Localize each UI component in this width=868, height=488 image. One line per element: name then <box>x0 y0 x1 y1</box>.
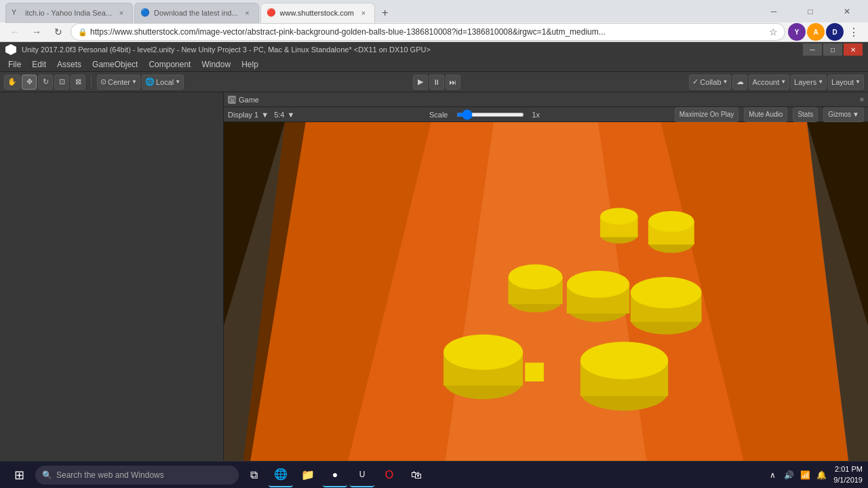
task-view-button[interactable]: ⧉ <box>241 463 266 487</box>
taskbar-opera-icon[interactable]: O <box>377 463 401 487</box>
taskbar-chrome-icon[interactable]: ● <box>323 463 347 487</box>
taskbar-unity-icon[interactable]: U <box>350 463 374 487</box>
stats-button[interactable]: Stats <box>793 107 818 122</box>
clock-date: 9/1/2019 <box>833 475 863 485</box>
refresh-button[interactable]: ↻ <box>49 22 68 41</box>
ext-amazon-icon[interactable]: A <box>807 23 825 41</box>
search-icon: 🔍 <box>42 470 52 480</box>
tab-1-close[interactable]: × <box>116 7 127 18</box>
forward-button[interactable]: → <box>27 22 46 41</box>
maximize-on-play-button[interactable]: Maximize On Play <box>675 107 739 122</box>
aspect-selector[interactable]: 5:4 ▼ <box>274 111 294 119</box>
tray-network-icon[interactable]: 📶 <box>798 468 812 482</box>
game-tab-icon: 🎮 <box>228 96 236 104</box>
play-button[interactable]: ▶ <box>413 75 428 90</box>
layout-label: Layout <box>831 78 854 86</box>
windows-taskbar: ⊞ 🔍 Search the web and Windows ⧉ 🌐 📁 ● U… <box>0 461 868 488</box>
menu-window[interactable]: Window <box>196 58 236 71</box>
menu-icon[interactable]: ⋮ <box>845 23 863 41</box>
cloud-button[interactable]: ☁ <box>732 75 747 90</box>
tab-3-close[interactable]: × <box>358 7 369 18</box>
game-view-toolbar: Display 1 ▼ 5:4 ▼ Scale 1x Maximize On P… <box>224 107 868 122</box>
hand-tool-button[interactable]: ✋ <box>4 75 20 90</box>
left-panel <box>0 92 224 488</box>
unity-window-controls: ─ □ ✕ <box>803 43 863 56</box>
account-button[interactable]: Account ▼ <box>749 75 789 90</box>
pivot-group: ⊙ Center ▼ 🌐 Local ▼ <box>97 75 184 90</box>
gizmos-arrow: ▼ <box>852 111 859 118</box>
taskbar-search[interactable]: 🔍 Search the web and Windows <box>35 466 239 485</box>
svg-point-19 <box>567 271 629 298</box>
rotate-tool-button[interactable]: ↻ <box>38 75 53 90</box>
tab-3-favicon: 🔴 <box>267 8 276 18</box>
step-button[interactable]: ⏭ <box>446 75 460 90</box>
local-icon: 🌐 <box>145 77 155 86</box>
layers-dropdown-arrow: ▼ <box>818 79 823 85</box>
scale-tool-button[interactable]: ⊡ <box>54 75 69 90</box>
system-clock[interactable]: 2:01 PM 9/1/2019 <box>833 464 863 485</box>
move-tool-button[interactable]: ✥ <box>22 75 37 90</box>
taskbar-edge-icon[interactable]: 🌐 <box>269 463 293 487</box>
gizmos-button[interactable]: Gizmos ▼ <box>823 107 864 122</box>
menu-assets[interactable]: Assets <box>52 58 87 71</box>
svg-rect-29 <box>525 362 544 381</box>
display-dropdown-arrow: ▼ <box>261 111 269 119</box>
svg-point-10 <box>600 208 637 225</box>
space-dropdown-arrow: ▼ <box>175 79 180 85</box>
layout-dropdown-arrow: ▼ <box>855 79 861 85</box>
mute-audio-button[interactable]: Mute Audio <box>744 107 787 122</box>
layout-button[interactable]: Layout ▼ <box>828 75 864 90</box>
extensions: Y A D ⋮ <box>788 23 863 41</box>
tab-3[interactable]: 🔴 www.shutterstock.com × <box>260 3 375 23</box>
close-button[interactable]: ✕ <box>831 0 863 22</box>
chrome-titlebar: Y itch.io - Yahoo India Sea... × 🔵 Downl… <box>0 0 868 22</box>
tab-2-title: Download the latest ind... <box>154 9 238 17</box>
new-tab-button[interactable]: + <box>376 3 399 23</box>
address-bar[interactable]: 🔒 https://www.shutterstock.com/image-vec… <box>71 23 785 41</box>
tray-icons: ∧ 🔊 📶 🔔 <box>766 468 828 482</box>
unity-titlebar: Unity 2017.2.0f3 Personal (64bit) - leve… <box>0 42 868 57</box>
tab-2-close[interactable]: × <box>242 7 253 18</box>
menu-help[interactable]: Help <box>236 58 264 71</box>
collab-button[interactable]: ✓ Collab ▼ <box>689 75 731 90</box>
menu-component[interactable]: Component <box>143 58 196 71</box>
layers-button[interactable]: Layers ▼ <box>791 75 827 90</box>
unity-minimize-button[interactable]: ─ <box>803 43 822 56</box>
ext-yahoo-icon[interactable]: Y <box>788 23 806 41</box>
unity-title-text: Unity 2017.2.0f3 Personal (64bit) - leve… <box>22 45 797 54</box>
taskbar-store-icon[interactable]: 🛍 <box>404 463 429 487</box>
menu-file[interactable]: File <box>3 58 26 71</box>
tab-1[interactable]: Y itch.io - Yahoo India Sea... × <box>5 3 133 23</box>
secure-icon: 🔒 <box>78 28 87 37</box>
maximize-button[interactable]: □ <box>795 0 826 22</box>
local-space-button[interactable]: 🌐 Local ▼ <box>142 75 184 90</box>
start-button[interactable]: ⊞ <box>5 462 33 489</box>
menu-gameobject[interactable]: GameObject <box>87 58 143 71</box>
bookmark-icon[interactable]: ☆ <box>769 26 778 37</box>
unity-close-button[interactable]: ✕ <box>844 43 863 56</box>
rect-tool-button[interactable]: ⊠ <box>71 75 85 90</box>
menu-edit[interactable]: Edit <box>26 58 52 71</box>
game-view-header: 🎮 Game ≡ <box>224 92 868 107</box>
unity-maximize-button[interactable]: □ <box>823 43 842 56</box>
layers-label: Layers <box>794 78 816 86</box>
tray-show-hidden[interactable]: ∧ <box>766 468 779 482</box>
unity-logo-icon <box>5 44 16 55</box>
tab-2[interactable]: 🔵 Download the latest ind... × <box>134 3 259 23</box>
address-text: https://www.shutterstock.com/image-vecto… <box>90 27 766 37</box>
center-pivot-button[interactable]: ⊙ Center ▼ <box>97 75 140 90</box>
tray-notifications-icon[interactable]: 🔔 <box>814 468 828 482</box>
tray-speaker-icon[interactable]: 🔊 <box>782 468 795 482</box>
unity-menubar: File Edit Assets GameObject Component Wi… <box>0 57 868 72</box>
ext-downloader-icon[interactable]: D <box>826 23 844 41</box>
game-tab[interactable]: 🎮 Game <box>228 96 259 104</box>
minimize-button[interactable]: ─ <box>758 0 789 22</box>
scale-slider[interactable] <box>456 113 524 117</box>
transform-tools-group: ✋ ✥ ↻ ⊡ ⊠ <box>4 75 85 90</box>
pause-button[interactable]: ⏸ <box>429 75 444 90</box>
taskbar-explorer-icon[interactable]: 📁 <box>296 463 320 487</box>
window-controls: ─ □ ✕ <box>758 0 863 22</box>
panel-options-icon[interactable]: ≡ <box>860 96 864 103</box>
back-button[interactable]: ← <box>5 22 24 41</box>
display-selector[interactable]: Display 1 ▼ <box>228 111 269 119</box>
